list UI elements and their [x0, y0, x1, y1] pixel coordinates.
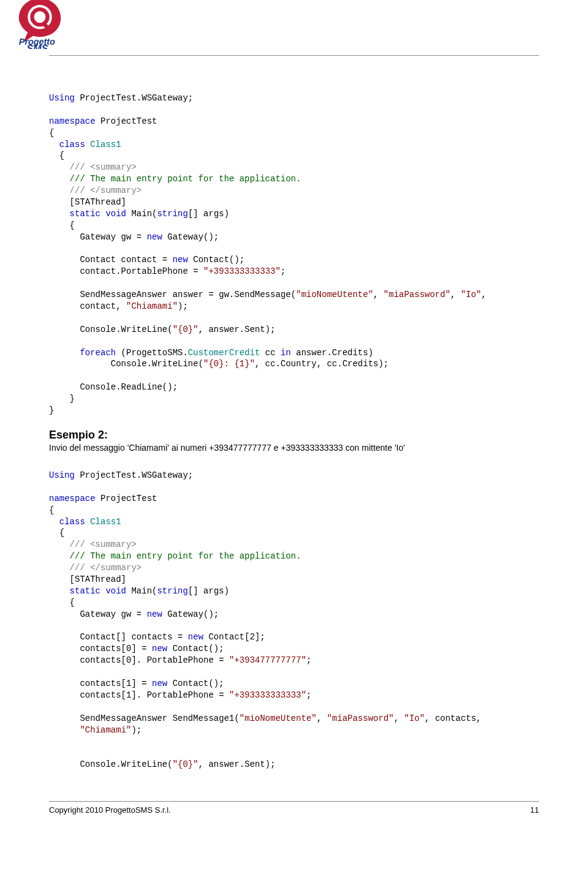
footer: Copyright 2010 ProgettoSMS S.r.l. 11 [49, 801, 539, 815]
example-2-heading: Esempio 2: [49, 429, 539, 442]
logo-icon: Progetto SMS [12, 0, 67, 49]
code-block-1: Using ProjectTest.WSGateway; namespace P… [49, 92, 539, 416]
copyright-text: Copyright 2010 ProgettoSMS S.r.l. [49, 805, 171, 815]
example-2-desc: Invio del messaggio 'Chiamami' ai numeri… [49, 443, 539, 453]
code-block-2: Using ProjectTest.WSGateway; namespace P… [49, 470, 539, 770]
svg-text:SMS: SMS [26, 43, 48, 49]
page-number: 11 [530, 805, 539, 815]
header-logo-area: Progetto SMS [49, 0, 539, 56]
